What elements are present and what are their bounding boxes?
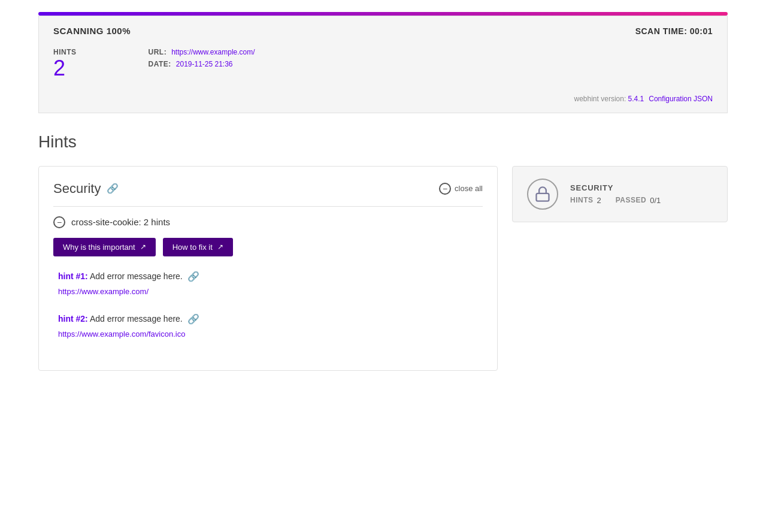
why-important-label: Why is this important xyxy=(63,243,135,252)
security-icon-wrapper xyxy=(527,179,558,210)
hint-card-header: Security 🔗 − close all xyxy=(53,181,483,197)
passed-stat-label: PASSED xyxy=(616,196,646,204)
scan-time: SCAN TIME: 00:01 xyxy=(635,26,713,36)
hint-item-2-url[interactable]: https://www.example.com/favicon.ico xyxy=(58,330,185,338)
date-value: 2019-11-25 21:36 xyxy=(176,60,233,68)
hint-card-title-text: Security xyxy=(53,181,101,197)
hint-group-cross-site-cookie: − cross-site-cookie: 2 hints Why is this… xyxy=(53,206,483,339)
hint-item-2-message: Add error message here. xyxy=(88,314,183,324)
hint-group-header: − cross-site-cookie: 2 hints xyxy=(53,216,483,228)
svg-rect-0 xyxy=(537,193,549,201)
hint-item-2-id[interactable]: hint #2: xyxy=(58,314,88,324)
hint-1-link-icon[interactable]: 🔗 xyxy=(187,271,199,282)
url-label: URL: xyxy=(149,48,167,56)
config-json-link[interactable]: Configuration JSON xyxy=(649,95,713,103)
how-to-fix-label: How to fix it xyxy=(172,243,213,252)
scan-footer: webhint version: 5.4.1 Configuration JSO… xyxy=(53,90,713,103)
hints-stat-label: HINTS xyxy=(570,196,594,204)
main-content: Hints Security 🔗 − close all − cross-sit… xyxy=(0,113,766,390)
hints-layout: Security 🔗 − close all − cross-site-cook… xyxy=(38,166,728,371)
action-buttons: Why is this important ↗ How to fix it ↗ xyxy=(53,238,483,256)
hints-stat: HINTS 2 xyxy=(570,196,601,205)
scan-title: SCANNING 100% xyxy=(53,26,131,36)
security-info: SECURITY HINTS 2 PASSED 0/1 xyxy=(570,183,661,205)
scan-time-value: 00:01 xyxy=(690,26,713,36)
how-to-fix-button[interactable]: How to fix it ↗ xyxy=(163,238,233,256)
scan-meta: URL: https://www.example.com/ DATE: 2019… xyxy=(149,48,255,68)
passed-stat: PASSED 0/1 xyxy=(616,196,661,205)
collapse-icon[interactable]: − xyxy=(53,216,65,228)
security-stats: HINTS 2 PASSED 0/1 xyxy=(570,196,661,205)
security-summary: SECURITY HINTS 2 PASSED 0/1 xyxy=(512,166,728,222)
close-all-button[interactable]: − close all xyxy=(439,183,483,195)
date-label: DATE: xyxy=(149,60,171,68)
version-label: webhint version: xyxy=(574,95,626,103)
passed-stat-value: 0/1 xyxy=(650,196,661,205)
hint-card-security: Security 🔗 − close all − cross-site-cook… xyxy=(38,166,498,371)
hint-item-2-label: hint #2: Add error message here. xyxy=(58,314,183,324)
hint-item-1-label: hint #1: Add error message here. xyxy=(58,271,183,281)
how-to-fix-external-icon: ↗ xyxy=(217,243,223,251)
hint-item-1-title: hint #1: Add error message here. 🔗 xyxy=(58,271,483,282)
security-summary-name: SECURITY xyxy=(570,183,661,192)
hints-stat-value: 2 xyxy=(597,196,601,205)
section-title: Hints xyxy=(38,132,728,152)
hint-item-2-title: hint #2: Add error message here. 🔗 xyxy=(58,313,483,325)
scan-header: SCANNING 100% SCAN TIME: 00:01 HINTS 2 U… xyxy=(38,16,728,113)
why-important-external-icon: ↗ xyxy=(140,243,146,251)
why-important-button[interactable]: Why is this important ↗ xyxy=(53,238,156,256)
hint-item-1-id[interactable]: hint #1: xyxy=(58,271,88,281)
close-all-icon: − xyxy=(439,183,451,195)
close-all-label: close all xyxy=(455,184,483,193)
scan-time-label: SCAN TIME: xyxy=(635,26,688,36)
hint-card-title: Security 🔗 xyxy=(53,181,119,197)
hint-item-2: hint #2: Add error message here. 🔗 https… xyxy=(53,313,483,339)
version-text: webhint version: 5.4.1 xyxy=(574,95,644,103)
hint-group-title: cross-site-cookie: 2 hints xyxy=(71,217,170,227)
hints-count: 2 xyxy=(53,56,65,80)
hint-2-link-icon[interactable]: 🔗 xyxy=(187,313,199,325)
hint-item-1-message: Add error message here. xyxy=(88,271,183,281)
version-number: 5.4.1 xyxy=(628,95,644,103)
lock-icon xyxy=(534,186,551,202)
security-link-icon[interactable]: 🔗 xyxy=(107,183,119,194)
hints-label: HINTS xyxy=(53,48,77,56)
sidebar-card: SECURITY HINTS 2 PASSED 0/1 xyxy=(512,166,728,222)
url-value[interactable]: https://www.example.com/ xyxy=(171,48,255,56)
hint-item-1-url[interactable]: https://www.example.com/ xyxy=(58,287,149,296)
hint-item-1: hint #1: Add error message here. 🔗 https… xyxy=(53,271,483,297)
